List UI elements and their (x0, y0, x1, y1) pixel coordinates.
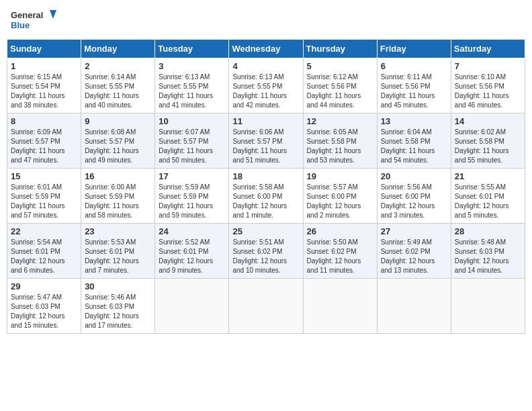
day-number: 6 (381, 61, 447, 71)
calendar-cell: 16 Sunrise: 6:00 AMSunset: 5:59 PMDaylig… (81, 169, 155, 224)
calendar-cell: 10 Sunrise: 6:07 AMSunset: 5:57 PMDaylig… (155, 113, 229, 169)
day-number: 26 (307, 226, 373, 236)
cell-text: Sunrise: 5:55 AMSunset: 6:01 PMDaylight:… (455, 183, 521, 220)
day-number: 16 (85, 171, 151, 181)
calendar-cell: 17 Sunrise: 5:59 AMSunset: 5:59 PMDaylig… (155, 169, 229, 224)
calendar-cell: 11 Sunrise: 6:06 AMSunset: 5:57 PMDaylig… (229, 113, 303, 169)
calendar-cell (229, 279, 303, 334)
weekday-header: Saturday (451, 40, 525, 58)
day-number: 15 (11, 171, 77, 181)
cell-text: Sunrise: 6:02 AMSunset: 5:58 PMDaylight:… (455, 128, 521, 165)
cell-text: Sunrise: 6:12 AMSunset: 5:56 PMDaylight:… (307, 73, 373, 110)
cell-text: Sunrise: 6:08 AMSunset: 5:57 PMDaylight:… (85, 128, 151, 165)
svg-text:Blue: Blue (11, 20, 30, 30)
day-number: 11 (232, 116, 299, 126)
calendar-cell: 15 Sunrise: 6:01 AMSunset: 5:59 PMDaylig… (7, 169, 81, 224)
day-number: 21 (455, 171, 521, 181)
calendar-week-row: 15 Sunrise: 6:01 AMSunset: 5:59 PMDaylig… (7, 169, 525, 224)
calendar-cell (451, 279, 525, 334)
cell-text: Sunrise: 5:51 AMSunset: 6:02 PMDaylight:… (232, 238, 299, 275)
weekday-header: Tuesday (155, 40, 229, 58)
day-number: 5 (307, 61, 373, 71)
calendar-cell: 30 Sunrise: 5:46 AMSunset: 6:03 PMDaylig… (81, 279, 155, 334)
calendar-cell: 2 Sunrise: 6:14 AMSunset: 5:55 PMDayligh… (81, 58, 155, 113)
day-number: 8 (11, 116, 77, 126)
cell-text: Sunrise: 6:06 AMSunset: 5:57 PMDaylight:… (232, 128, 299, 165)
day-number: 24 (159, 226, 225, 236)
calendar-cell: 6 Sunrise: 6:11 AMSunset: 5:56 PMDayligh… (377, 58, 451, 113)
calendar-table: SundayMondayTuesdayWednesdayThursdayFrid… (7, 39, 525, 334)
calendar-cell: 7 Sunrise: 6:10 AMSunset: 5:56 PMDayligh… (451, 58, 525, 113)
cell-text: Sunrise: 6:09 AMSunset: 5:57 PMDaylight:… (11, 128, 77, 165)
cell-text: Sunrise: 5:59 AMSunset: 5:59 PMDaylight:… (159, 183, 225, 220)
calendar-cell (377, 279, 451, 334)
cell-text: Sunrise: 5:53 AMSunset: 6:01 PMDaylight:… (85, 238, 151, 275)
day-number: 29 (11, 281, 77, 291)
calendar-week-row: 1 Sunrise: 6:15 AMSunset: 5:54 PMDayligh… (7, 58, 525, 113)
day-number: 9 (85, 116, 151, 126)
calendar-cell: 12 Sunrise: 6:05 AMSunset: 5:58 PMDaylig… (303, 113, 377, 169)
calendar-week-row: 8 Sunrise: 6:09 AMSunset: 5:57 PMDayligh… (7, 113, 525, 169)
day-number: 12 (307, 116, 373, 126)
day-number: 28 (455, 226, 521, 236)
logo-svg: General Blue (9, 7, 56, 34)
cell-text: Sunrise: 5:46 AMSunset: 6:03 PMDaylight:… (85, 293, 151, 330)
day-number: 2 (85, 61, 151, 71)
day-number: 19 (307, 171, 373, 181)
weekday-header: Thursday (303, 40, 377, 58)
cell-text: Sunrise: 5:49 AMSunset: 6:02 PMDaylight:… (381, 238, 447, 275)
calendar-cell: 4 Sunrise: 6:13 AMSunset: 5:55 PMDayligh… (229, 58, 303, 113)
calendar-cell: 19 Sunrise: 5:57 AMSunset: 6:00 PMDaylig… (303, 169, 377, 224)
cell-text: Sunrise: 5:56 AMSunset: 6:00 PMDaylight:… (381, 183, 447, 220)
cell-text: Sunrise: 6:10 AMSunset: 5:56 PMDaylight:… (455, 73, 521, 110)
day-number: 30 (85, 281, 151, 291)
cell-text: Sunrise: 6:07 AMSunset: 5:57 PMDaylight:… (159, 128, 225, 165)
cell-text: Sunrise: 5:58 AMSunset: 6:00 PMDaylight:… (232, 183, 299, 220)
calendar-week-row: 22 Sunrise: 5:54 AMSunset: 6:01 PMDaylig… (7, 224, 525, 279)
cell-text: Sunrise: 6:04 AMSunset: 5:58 PMDaylight:… (381, 128, 447, 165)
day-number: 25 (232, 226, 299, 236)
day-number: 14 (455, 116, 521, 126)
calendar-cell: 5 Sunrise: 6:12 AMSunset: 5:56 PMDayligh… (303, 58, 377, 113)
page-header: General Blue (7, 7, 525, 34)
day-number: 10 (159, 116, 225, 126)
day-number: 18 (232, 171, 299, 181)
calendar-cell: 23 Sunrise: 5:53 AMSunset: 6:01 PMDaylig… (81, 224, 155, 279)
cell-text: Sunrise: 6:00 AMSunset: 5:59 PMDaylight:… (85, 183, 151, 220)
svg-text:General: General (11, 10, 43, 20)
calendar-cell: 28 Sunrise: 5:48 AMSunset: 6:03 PMDaylig… (451, 224, 525, 279)
calendar-cell: 20 Sunrise: 5:56 AMSunset: 6:00 PMDaylig… (377, 169, 451, 224)
cell-text: Sunrise: 5:52 AMSunset: 6:01 PMDaylight:… (159, 238, 225, 275)
day-number: 22 (11, 226, 77, 236)
weekday-header-row: SundayMondayTuesdayWednesdayThursdayFrid… (7, 40, 525, 58)
calendar-cell: 25 Sunrise: 5:51 AMSunset: 6:02 PMDaylig… (229, 224, 303, 279)
day-number: 4 (232, 61, 299, 71)
calendar-week-row: 29 Sunrise: 5:47 AMSunset: 6:03 PMDaylig… (7, 279, 525, 334)
calendar-cell: 1 Sunrise: 6:15 AMSunset: 5:54 PMDayligh… (7, 58, 81, 113)
cell-text: Sunrise: 6:01 AMSunset: 5:59 PMDaylight:… (11, 183, 77, 220)
day-number: 23 (85, 226, 151, 236)
cell-text: Sunrise: 5:48 AMSunset: 6:03 PMDaylight:… (455, 238, 521, 275)
day-number: 1 (11, 61, 77, 71)
calendar-cell: 13 Sunrise: 6:04 AMSunset: 5:58 PMDaylig… (377, 113, 451, 169)
weekday-header: Friday (377, 40, 451, 58)
day-number: 27 (381, 226, 447, 236)
day-number: 17 (159, 171, 225, 181)
calendar-cell: 24 Sunrise: 5:52 AMSunset: 6:01 PMDaylig… (155, 224, 229, 279)
calendar-cell: 27 Sunrise: 5:49 AMSunset: 6:02 PMDaylig… (377, 224, 451, 279)
svg-marker-2 (50, 10, 56, 19)
cell-text: Sunrise: 5:54 AMSunset: 6:01 PMDaylight:… (11, 238, 77, 275)
day-number: 13 (381, 116, 447, 126)
weekday-header: Sunday (7, 40, 81, 58)
weekday-header: Monday (81, 40, 155, 58)
calendar-cell: 29 Sunrise: 5:47 AMSunset: 6:03 PMDaylig… (7, 279, 81, 334)
calendar-cell: 21 Sunrise: 5:55 AMSunset: 6:01 PMDaylig… (451, 169, 525, 224)
calendar-cell: 22 Sunrise: 5:54 AMSunset: 6:01 PMDaylig… (7, 224, 81, 279)
calendar-cell: 8 Sunrise: 6:09 AMSunset: 5:57 PMDayligh… (7, 113, 81, 169)
cell-text: Sunrise: 5:57 AMSunset: 6:00 PMDaylight:… (307, 183, 373, 220)
calendar-cell (303, 279, 377, 334)
weekday-header: Wednesday (229, 40, 303, 58)
day-number: 3 (159, 61, 225, 71)
cell-text: Sunrise: 6:13 AMSunset: 5:55 PMDaylight:… (232, 73, 299, 110)
cell-text: Sunrise: 6:14 AMSunset: 5:55 PMDaylight:… (85, 73, 151, 110)
